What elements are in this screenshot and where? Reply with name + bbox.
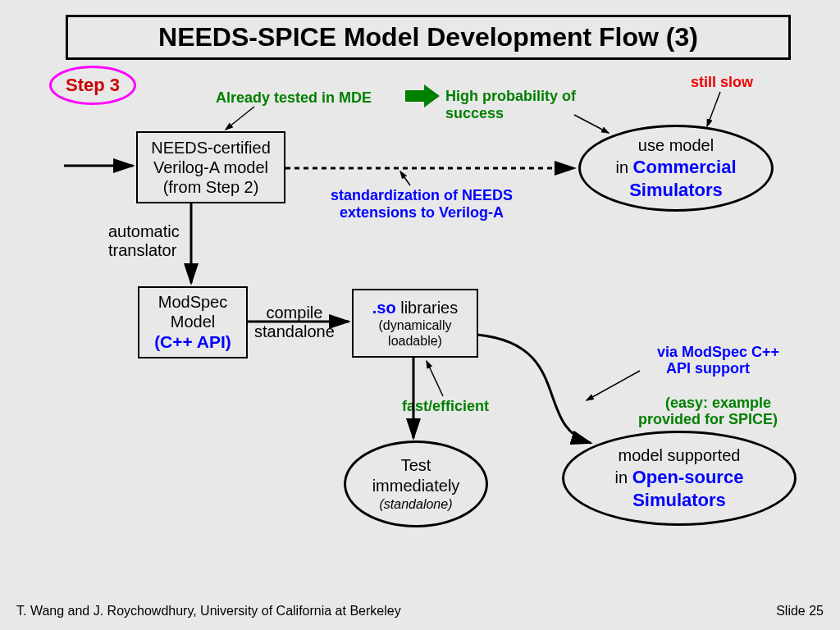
box-needs-cert-l2: Verilog-A model	[153, 158, 268, 177]
label-via-modspec-line1: via ModSpec C++ API support	[657, 344, 779, 377]
box-modspec-l1: ModSpec	[158, 292, 228, 312]
ellipse-opensource-l3: Simulators	[632, 489, 726, 512]
box-so-libs-l2: (dynamically	[379, 317, 452, 333]
ellipse-opensource-l1: model supported	[619, 445, 741, 466]
step-badge: Step 3	[49, 66, 136, 105]
label-tested-mde: Already tested in MDE	[216, 89, 372, 107]
box-needs-cert-l3: (from Step 2)	[163, 177, 259, 197]
label-fast-efficient: fast/efficient	[402, 398, 489, 415]
block-arrow-icon	[405, 84, 440, 107]
box-so-libs-l1: .so libraries	[372, 298, 458, 317]
so-rest: libraries	[396, 299, 459, 317]
label-high-prob: High probability of success	[445, 88, 576, 121]
footer-right: Slide 25	[776, 604, 824, 619]
label-via-modspec: via ModSpec C++ API support (easy: examp…	[637, 326, 779, 445]
box-modspec: ModSpec Model (C++ API)	[138, 286, 248, 358]
svg-line-10	[587, 371, 640, 400]
page-title: NEEDS-SPICE Model Development Flow (3)	[66, 15, 791, 60]
box-modspec-l3: (C++ API)	[154, 331, 231, 352]
ellipse-commercial-l1: use model	[638, 135, 714, 156]
ellipse-opensource-l2-pre: in	[615, 468, 632, 486]
svg-line-3	[707, 92, 720, 126]
label-compile: compile standalone	[254, 304, 335, 341]
box-so-libs-l3: loadable)	[388, 333, 442, 349]
ellipse-test-l1: Test	[401, 455, 431, 476]
ellipse-test-l2: immediately	[372, 476, 460, 496]
box-so-libs: .so libraries (dynamically loadable)	[352, 289, 478, 358]
slide: NEEDS-SPICE Model Development Flow (3) S…	[0, 0, 840, 630]
svg-line-2	[574, 115, 609, 133]
label-easy-example: (easy: example provided for SPICE)	[638, 395, 778, 428]
ellipse-opensource: model supported in Open-source Simulator…	[562, 431, 797, 526]
svg-line-5	[400, 171, 410, 185]
box-modspec-l2: Model	[171, 312, 215, 331]
svg-line-8	[427, 361, 443, 396]
ellipse-commercial-l2-em: Commercial	[633, 157, 737, 177]
label-auto-translator: automatic translator	[108, 222, 180, 260]
ellipse-test: Test immediately (standalone)	[344, 441, 488, 527]
box-needs-cert: NEEDS-certified Verilog-A model (from St…	[136, 131, 285, 203]
ellipse-commercial-l3: Simulators	[629, 179, 723, 202]
svg-line-1	[226, 107, 254, 130]
box-needs-cert-l1: NEEDS-certified	[151, 138, 271, 158]
ellipse-test-l3: (standalone)	[380, 496, 453, 513]
so-prefix: .so	[372, 299, 396, 317]
ellipse-commercial-l2: in Commercial	[615, 156, 736, 179]
label-still-slow: still slow	[691, 74, 753, 91]
label-standardization: standardization of NEEDS extensions to V…	[331, 187, 513, 221]
ellipse-opensource-l2-em: Open-source	[632, 467, 744, 487]
ellipse-commercial: use model in Commercial Simulators	[578, 125, 774, 212]
ellipse-commercial-l2-pre: in	[615, 158, 632, 176]
footer-left: T. Wang and J. Roychowdhury, University …	[16, 604, 401, 619]
ellipse-opensource-l2: in Open-source	[615, 466, 744, 489]
